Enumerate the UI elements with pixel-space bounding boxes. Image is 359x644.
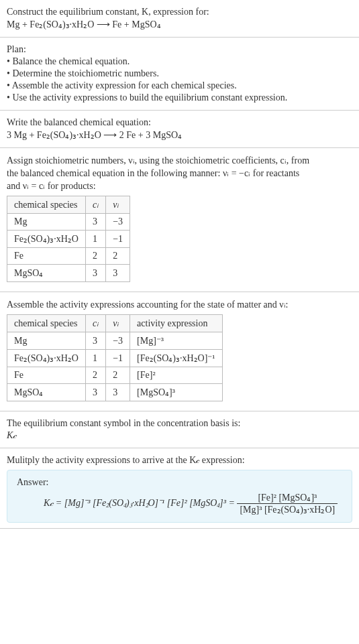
cell-species: Mg xyxy=(7,214,86,231)
col-ci: cᵢ xyxy=(85,196,105,214)
col-vi: νᵢ xyxy=(106,196,130,214)
answer-lhs: K𝒸 = [Mg]⁻³ [Fe₂(SO₄)₃·xH₂O]⁻¹ [Fe]² [Mg… xyxy=(44,498,237,508)
cell-species: Mg xyxy=(7,332,86,350)
cell-species: Fe₂(SO₄)₃·xH₂O xyxy=(7,231,86,248)
cell-activity: [Fe]² xyxy=(130,367,222,384)
cell-vi: −1 xyxy=(106,350,130,367)
section-stoich: Assign stoichiometric numbers, νᵢ, using… xyxy=(0,148,359,292)
cell-species: Fe₂(SO₄)₃·xH₂O xyxy=(7,350,86,367)
construct-title: Construct the equilibrium constant, K, e… xyxy=(7,7,352,17)
balanced-title: Write the balanced chemical equation: xyxy=(7,117,352,128)
col-vi: νᵢ xyxy=(106,315,130,332)
table-header-row: chemical species cᵢ νᵢ activity expressi… xyxy=(7,315,223,332)
table-row: Mg 3 −3 xyxy=(7,214,130,231)
cell-ci: 2 xyxy=(85,367,105,384)
fraction-denominator: [Mg]³ [Fe₂(SO₄)₃·xH₂O] xyxy=(237,503,338,515)
cell-vi: 2 xyxy=(106,248,130,265)
plan-bullet-2: • Determine the stoichiometric numbers. xyxy=(7,68,352,79)
table-header-row: chemical species cᵢ νᵢ xyxy=(7,196,130,214)
section-result: Mulitply the activity expressions to arr… xyxy=(0,448,359,529)
cell-species: MgSO₄ xyxy=(7,265,86,282)
answer-label: Answer: xyxy=(17,477,342,488)
cell-ci: 3 xyxy=(85,384,105,401)
answer-box: Answer: K𝒸 = [Mg]⁻³ [Fe₂(SO₄)₃·xH₂O]⁻¹ [… xyxy=(7,470,352,523)
col-ci: cᵢ xyxy=(85,315,105,332)
section-balanced: Write the balanced chemical equation: 3 … xyxy=(0,111,359,148)
stoich-intro-3: and νᵢ = cᵢ for products: xyxy=(7,180,352,192)
col-species: chemical species xyxy=(7,196,86,214)
answer-expression: K𝒸 = [Mg]⁻³ [Fe₂(SO₄)₃·xH₂O]⁻¹ [Fe]² [Mg… xyxy=(17,492,342,515)
construct-equation: Mg + Fe₂(SO₄)₃·xH₂O ⟶ Fe + MgSO₄ xyxy=(7,19,352,30)
cell-vi: −3 xyxy=(106,214,130,231)
cell-vi: 3 xyxy=(106,265,130,282)
table-row: Mg 3 −3 [Mg]⁻³ xyxy=(7,332,223,350)
cell-ci: 3 xyxy=(85,332,105,350)
table-row: Fe₂(SO₄)₃·xH₂O 1 −1 [Fe₂(SO₄)₃·xH₂O]⁻¹ xyxy=(7,350,223,367)
table-row: Fe 2 2 [Fe]² xyxy=(7,367,223,384)
activity-intro: Assemble the activity expressions accoun… xyxy=(7,299,352,310)
cell-ci: 2 xyxy=(85,248,105,265)
stoich-table: chemical species cᵢ νᵢ Mg 3 −3 Fe₂(SO₄)₃… xyxy=(7,196,130,282)
col-species: chemical species xyxy=(7,315,86,332)
cell-vi: 3 xyxy=(106,384,130,401)
cell-vi: −3 xyxy=(106,332,130,350)
section-plan: Plan: • Balance the chemical equation. •… xyxy=(0,38,359,111)
section-symbol: The equilibrium constant symbol in the c… xyxy=(0,411,359,448)
activity-table: chemical species cᵢ νᵢ activity expressi… xyxy=(7,314,223,401)
plan-title: Plan: xyxy=(7,44,352,55)
cell-ci: 3 xyxy=(85,265,105,282)
table-row: Fe₂(SO₄)₃·xH₂O 1 −1 xyxy=(7,231,130,248)
cell-ci: 1 xyxy=(85,350,105,367)
plan-bullet-1: • Balance the chemical equation. xyxy=(7,56,352,67)
col-activity: activity expression xyxy=(130,315,222,332)
fraction-numerator: [Fe]² [MgSO₄]³ xyxy=(237,492,338,503)
symbol-text: The equilibrium constant symbol in the c… xyxy=(7,418,352,429)
cell-species: MgSO₄ xyxy=(7,384,86,401)
section-activity: Assemble the activity expressions accoun… xyxy=(0,292,359,411)
plan-bullet-3: • Assemble the activity expression for e… xyxy=(7,80,352,91)
table-row: MgSO₄ 3 3 [MgSO₄]³ xyxy=(7,384,223,401)
cell-vi: −1 xyxy=(106,231,130,248)
result-intro: Mulitply the activity expressions to arr… xyxy=(7,455,352,466)
cell-activity: [Fe₂(SO₄)₃·xH₂O]⁻¹ xyxy=(130,350,222,367)
table-row: MgSO₄ 3 3 xyxy=(7,265,130,282)
cell-ci: 1 xyxy=(85,231,105,248)
cell-ci: 3 xyxy=(85,214,105,231)
cell-species: Fe xyxy=(7,248,86,265)
symbol-kc: K𝒸 xyxy=(7,430,352,441)
cell-vi: 2 xyxy=(106,367,130,384)
stoich-intro-2: the balanced chemical equation in the fo… xyxy=(7,168,352,179)
stoich-intro-1: Assign stoichiometric numbers, νᵢ, using… xyxy=(7,155,352,166)
balanced-equation: 3 Mg + Fe₂(SO₄)₃·xH₂O ⟶ 2 Fe + 3 MgSO₄ xyxy=(7,129,352,141)
table-row: Fe 2 2 xyxy=(7,248,130,265)
cell-activity: [MgSO₄]³ xyxy=(130,384,222,401)
plan-bullet-4: • Use the activity expressions to build … xyxy=(7,92,352,103)
cell-species: Fe xyxy=(7,367,86,384)
cell-activity: [Mg]⁻³ xyxy=(130,332,222,350)
section-construct: Construct the equilibrium constant, K, e… xyxy=(0,0,359,38)
answer-fraction: [Fe]² [MgSO₄]³[Mg]³ [Fe₂(SO₄)₃·xH₂O] xyxy=(237,492,338,515)
